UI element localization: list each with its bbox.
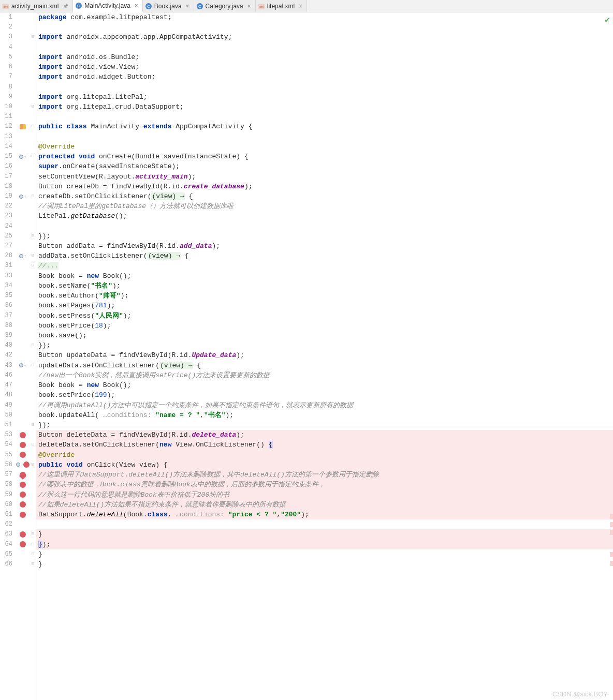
gutter-icon-cell[interactable]	[16, 410, 30, 420]
fold-toggle[interactable]	[30, 241, 36, 251]
fold-toggle[interactable]: ⊟	[30, 261, 36, 271]
gutter-icon-cell[interactable]	[16, 430, 30, 440]
fold-toggle[interactable]: ⊟	[30, 529, 36, 539]
close-icon[interactable]: ×	[135, 2, 138, 9]
fold-toggle[interactable]	[30, 72, 36, 82]
fold-toggle[interactable]	[30, 271, 36, 281]
code-content[interactable]: //new出一个Book实例，然后直接调用setPrice()方法来设置要更新的…	[36, 370, 613, 380]
code-content[interactable]: //那么这一行代码的意思就是删除Book表中价格低于200块的书	[36, 490, 613, 500]
fold-toggle[interactable]: ⊟	[30, 191, 36, 201]
code-content[interactable]: public class MainActivity extends AppCom…	[36, 122, 613, 131]
gutter-icon-cell[interactable]: ↑	[16, 251, 30, 261]
override-icon[interactable]	[19, 363, 23, 367]
code-content[interactable]: //如果deleteAll()方法如果不指定约束条件，就意味着你要删除表中的所有…	[36, 500, 613, 510]
gutter-icon-cell[interactable]	[16, 549, 30, 559]
code-content[interactable]: });	[36, 231, 613, 241]
gutter-icon-cell[interactable]	[16, 241, 30, 251]
code-line[interactable]: 12⊟public class MainActivity extends App…	[0, 122, 613, 131]
code-line[interactable]: 22 //调用LitePal里的getDatabase（）方法就可以创建数据库啦	[0, 201, 613, 211]
fold-toggle[interactable]	[30, 490, 36, 500]
code-content[interactable]: deleteData.setOnClickListener(new View.O…	[36, 440, 613, 450]
code-content[interactable]: });	[36, 420, 613, 430]
fold-toggle[interactable]	[30, 52, 36, 62]
fold-toggle[interactable]	[30, 500, 36, 510]
code-content[interactable]	[36, 42, 613, 52]
fold-toggle[interactable]	[30, 182, 36, 191]
breakpoint-icon[interactable]	[20, 512, 26, 518]
gutter-icon-cell[interactable]	[16, 400, 30, 410]
fold-toggle[interactable]	[30, 519, 36, 529]
gutter-icon-cell[interactable]	[16, 12, 30, 22]
code-content[interactable]: });	[36, 540, 613, 549]
gutter-icon-cell[interactable]	[16, 470, 30, 480]
fold-toggle[interactable]	[30, 22, 36, 32]
fold-toggle[interactable]	[30, 92, 36, 102]
fold-toggle[interactable]	[30, 480, 36, 489]
code-content[interactable]: Button updateData = findViewById(R.id.Up…	[36, 350, 613, 360]
code-content[interactable]: book.setPrice(18);	[36, 321, 613, 331]
breakpoint-icon[interactable]	[20, 492, 26, 498]
tab-activity_main-xml[interactable]: xmlactivity_main.xml📌	[0, 0, 73, 12]
fold-toggle[interactable]: ⊟	[30, 549, 36, 559]
gutter-icon-cell[interactable]	[16, 480, 30, 489]
code-line[interactable]: 18 Button createDb = findViewById(R.id.c…	[0, 182, 613, 191]
code-line[interactable]: 33 Book book = new Book();	[0, 271, 613, 281]
gutter-icon-cell[interactable]	[16, 311, 30, 321]
code-line[interactable]: 42 Button updateData = findViewById(R.id…	[0, 350, 613, 360]
fold-toggle[interactable]	[30, 221, 36, 231]
fold-toggle[interactable]	[30, 370, 36, 380]
gutter-icon-cell[interactable]	[16, 261, 30, 271]
code-line[interactable]: 62	[0, 519, 613, 529]
code-line[interactable]: 36 book.setPages(781);	[0, 301, 613, 310]
fold-toggle[interactable]	[30, 291, 36, 301]
fold-toggle[interactable]	[30, 112, 36, 122]
fold-toggle[interactable]: ⊟	[30, 32, 36, 42]
code-line[interactable]: 63⊟ }	[0, 529, 613, 539]
code-line[interactable]: 39 book.save();	[0, 331, 613, 340]
code-content[interactable]	[36, 82, 613, 92]
close-icon[interactable]: ×	[299, 3, 302, 10]
code-line[interactable]: 14 @Override	[0, 142, 613, 152]
code-line[interactable]: 28↑⊟ addData.setOnClickListener((view) →…	[0, 251, 613, 261]
gutter-icon-cell[interactable]: ↑	[16, 460, 30, 470]
code-content[interactable]: book.updateAll( …conditions: "name = ? "…	[36, 410, 613, 420]
fold-toggle[interactable]: ⊟	[30, 152, 36, 161]
code-line[interactable]: 37 book.setPress("人民网");	[0, 311, 613, 321]
gutter-icon-cell[interactable]	[16, 82, 30, 92]
code-line[interactable]: 8	[0, 82, 613, 92]
override-icon[interactable]	[19, 254, 23, 258]
code-line[interactable]: 4	[0, 42, 613, 52]
breakpoint-icon[interactable]	[20, 541, 26, 547]
gutter-icon-cell[interactable]: ↑	[16, 152, 30, 161]
gutter-icon-cell[interactable]	[16, 161, 30, 171]
gutter-icon-cell[interactable]	[16, 201, 30, 211]
code-content[interactable]: Button deleteData = findViewById(R.id.de…	[36, 430, 613, 440]
code-line[interactable]: 56↑ ⊟ public void onClick(View view) {	[0, 460, 613, 470]
code-line[interactable]: 61 DataSupport.deleteAll(Book.class, …co…	[0, 510, 613, 519]
breakpoint-icon[interactable]	[20, 472, 26, 478]
code-line[interactable]: 19↑⊟ createDb.setOnClickListener((view) …	[0, 191, 613, 201]
gutter-icon-cell[interactable]	[16, 490, 30, 500]
code-line[interactable]: 11	[0, 112, 613, 122]
code-line[interactable]: 40⊟ });	[0, 340, 613, 350]
code-content[interactable]	[36, 221, 613, 231]
gutter-icon-cell[interactable]: ↑	[16, 361, 30, 370]
code-content[interactable]	[36, 132, 613, 142]
code-line[interactable]: 58 //哪张表中的数据，Book.class意味着删除Book表中的数据，后面…	[0, 480, 613, 489]
code-line[interactable]: 3⊟import androidx.appcompat.app.AppCompa…	[0, 32, 613, 42]
code-line[interactable]: 23 LitePal.getDatabase();	[0, 211, 613, 221]
code-line[interactable]: 46 //new出一个Book实例，然后直接调用setPrice()方法来设置要…	[0, 370, 613, 380]
fold-toggle[interactable]	[30, 350, 36, 360]
change-marker[interactable]	[610, 514, 613, 519]
code-content[interactable]: import android.os.Bundle;	[36, 52, 613, 62]
gutter-icon-cell[interactable]	[16, 529, 30, 539]
fold-toggle[interactable]: ⊟	[30, 420, 36, 430]
tab-litepal-xml[interactable]: xmllitepal.xml×	[256, 0, 307, 12]
breakpoint-icon[interactable]	[20, 501, 26, 508]
fold-toggle[interactable]: ⊟	[30, 340, 36, 350]
gutter-icon-cell[interactable]	[16, 52, 30, 62]
gutter-icon-cell[interactable]	[16, 112, 30, 122]
gutter-icon-cell[interactable]	[16, 172, 30, 182]
fold-toggle[interactable]: ⊟	[30, 122, 36, 131]
code-line[interactable]: 6import android.view.View;	[0, 62, 613, 72]
